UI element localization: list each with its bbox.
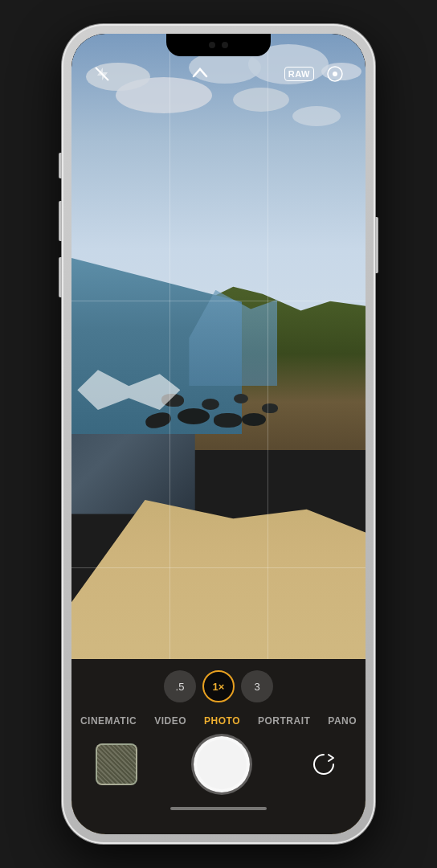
power-button[interactable] [375,217,378,273]
phone-screen: RAW [71,34,366,834]
cloud [292,106,341,126]
beach-rocks [145,394,292,490]
zoom-0-5-button[interactable]: .5 [164,670,196,702]
shutter-row [71,736,366,800]
shutter-button[interactable] [194,736,250,792]
flash-button[interactable] [88,59,116,88]
mute-button[interactable] [59,153,62,178]
notch-camera [222,42,228,48]
thumbnail-preview [97,745,136,784]
zoom-controls: .5 1× 3 [71,659,366,710]
notch-sensor [209,42,215,48]
top-controls-bar: RAW [71,59,366,88]
chevron-icon [192,67,208,78]
camera-screen: RAW [71,34,366,834]
mode-photo[interactable]: PHOTO [204,715,240,727]
volume-up-button[interactable] [59,201,62,241]
chevron-up-icon[interactable] [192,67,208,81]
camera-bottom-panel: .5 1× 3 CINEMATIC VIDEO PHOTO PORTRAIT P… [71,659,366,834]
mode-pano[interactable]: PANO [328,715,357,727]
mode-portrait[interactable]: PORTRAIT [258,715,310,727]
flip-icon [311,751,337,777]
volume-down-button[interactable] [59,257,62,297]
live-button[interactable] [321,59,349,88]
mode-cinematic[interactable]: CINEMATIC [80,715,137,727]
mode-video[interactable]: VIDEO [154,715,186,727]
photo-thumbnail[interactable] [96,743,137,785]
camera-mode-selector: CINEMATIC VIDEO PHOTO PORTRAIT PANO [71,710,366,736]
zoom-1x-button[interactable]: 1× [202,670,235,702]
zoom-3x-button[interactable]: 3 [241,670,273,702]
svg-point-2 [333,72,337,76]
raw-badge[interactable]: RAW [284,67,314,81]
home-indicator[interactable] [170,807,267,810]
live-icon [326,65,344,83]
notch [166,34,271,56]
flash-off-icon [94,66,110,82]
flip-camera-button[interactable] [306,747,341,782]
top-right-controls: RAW [284,59,349,88]
cloud [233,88,289,112]
phone-frame: RAW [62,24,375,844]
